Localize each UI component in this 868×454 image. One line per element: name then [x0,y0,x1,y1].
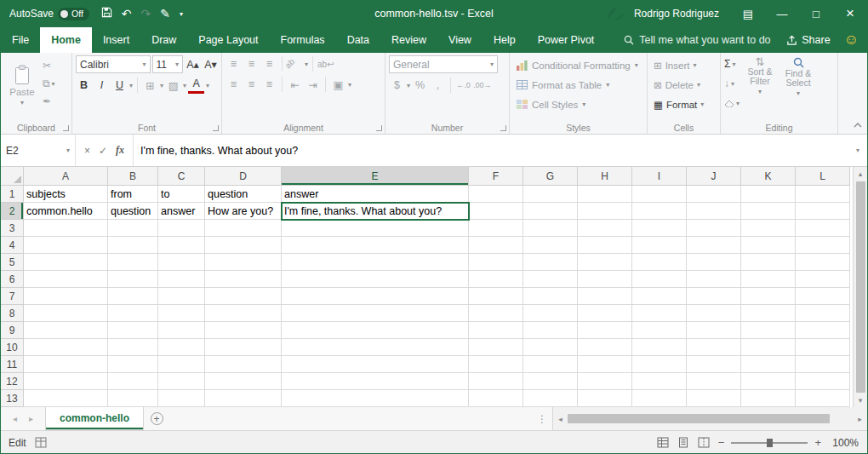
cell-I5[interactable] [632,254,687,271]
cell-L12[interactable] [796,373,850,390]
cell-H13[interactable] [578,390,632,407]
font-name-dropdown-icon[interactable]: ▾ [143,60,146,68]
cell-H10[interactable] [578,339,632,356]
format-as-table-dropdown-icon[interactable]: ▾ [606,81,609,89]
clear-button[interactable]: ▾ [724,95,740,112]
cell-G3[interactable] [523,220,578,237]
feedback-smiley-icon[interactable]: ☺ [844,32,859,49]
row-header-6[interactable]: 6 [1,271,24,288]
row-header-7[interactable]: 7 [1,288,24,305]
cell-I2[interactable] [632,203,687,220]
copy-dropdown-icon[interactable]: ▾ [52,80,55,88]
find-select-dropdown-icon[interactable]: ▾ [797,89,800,98]
cell-K1[interactable] [741,186,796,203]
insert-cells-button[interactable]: ⊞ Insert ▾ [651,55,717,75]
cell-D2[interactable]: How are you? [205,203,282,220]
tab-draw[interactable]: Draw [140,27,187,53]
cell-L7[interactable] [796,288,850,305]
column-header-E[interactable]: E [282,167,469,186]
cell-A9[interactable] [24,322,108,339]
font-color-dropdown-icon[interactable]: ▾ [206,82,209,89]
cell-B9[interactable] [108,322,158,339]
column-header-J[interactable]: J [687,167,741,186]
save-icon[interactable] [101,7,112,20]
cell-A11[interactable] [24,356,108,373]
cell-F12[interactable] [469,373,523,390]
cell-F5[interactable] [469,254,523,271]
autosum-button[interactable]: Σ▾ [724,55,740,72]
scroll-left-icon[interactable]: ◂ [553,415,568,423]
cell-L11[interactable] [796,356,850,373]
cell-F8[interactable] [469,305,523,322]
cell-E6[interactable] [282,271,469,288]
autosave-toggle[interactable]: AutoSave Off [9,8,89,20]
tab-view[interactable]: View [437,27,483,53]
cell-F1[interactable] [469,186,523,203]
cell-C7[interactable] [158,288,205,305]
zoom-slider[interactable] [731,442,808,444]
share-button[interactable]: Share [786,34,830,46]
column-header-I[interactable]: I [632,167,687,186]
cell-H5[interactable] [578,254,632,271]
cell-C2[interactable]: answer [158,203,205,220]
cell-J1[interactable] [687,186,741,203]
cell-C8[interactable] [158,305,205,322]
cell-B12[interactable] [108,373,158,390]
cell-H9[interactable] [578,322,632,339]
formula-input[interactable]: I'm fine, thanks. What about you? [134,135,848,166]
alignment-dialog-launcher-icon[interactable] [376,125,382,131]
align-right-button[interactable]: ≡ [261,76,277,93]
undo-icon[interactable]: ↶ [122,7,132,20]
cell-J3[interactable] [687,220,741,237]
tab-review[interactable]: Review [380,27,437,53]
tab-home[interactable]: Home [40,27,92,53]
cell-J12[interactable] [687,373,741,390]
cell-E7[interactable] [282,288,469,305]
name-box[interactable]: E2 ▾ [1,135,76,166]
sheet-tab-common-hello[interactable]: common-hello [45,407,144,430]
close-button[interactable]: × [833,0,867,27]
cell-D8[interactable] [205,305,282,322]
align-center-button[interactable]: ≡ [243,76,260,93]
increase-font-size-button[interactable]: A▴ [185,56,201,73]
cell-styles-button[interactable]: Cell Styles ▾ [513,95,644,114]
font-color-button[interactable]: A [188,77,204,94]
cell-K2[interactable] [741,203,796,220]
cell-B1[interactable]: from [108,186,158,203]
cell-H1[interactable] [578,186,632,203]
paste-button[interactable]: Paste ▾ [4,55,40,115]
insert-function-button[interactable]: fx [116,144,124,157]
row-header-10[interactable]: 10 [1,339,24,356]
cell-H8[interactable] [578,305,632,322]
insert-dropdown-icon[interactable]: ▾ [693,61,696,69]
cell-F11[interactable] [469,356,523,373]
increase-indent-button[interactable]: ⇥ [305,76,321,93]
vertical-scroll-thumb[interactable] [856,181,865,393]
cell-G8[interactable] [523,305,578,322]
row-header-3[interactable]: 3 [1,220,24,237]
cell-B2[interactable]: question [108,203,158,220]
row-header-5[interactable]: 5 [1,254,24,271]
cell-L5[interactable] [796,254,850,271]
cell-C10[interactable] [158,339,205,356]
cell-A1[interactable]: subjects [24,186,108,203]
cell-D11[interactable] [205,356,282,373]
column-header-F[interactable]: F [469,167,523,186]
cell-H2[interactable] [578,203,632,220]
cell-A4[interactable] [24,237,108,254]
cell-L13[interactable] [796,390,850,407]
cell-G9[interactable] [523,322,578,339]
cell-I13[interactable] [632,390,687,407]
sheet-prev-icon[interactable]: ◂ [13,414,17,423]
cell-E8[interactable] [282,305,469,322]
cell-I10[interactable] [632,339,687,356]
page-layout-view-icon[interactable] [677,437,689,448]
cell-K8[interactable] [741,305,796,322]
cell-A6[interactable] [24,271,108,288]
cell-I4[interactable] [632,237,687,254]
cell-K11[interactable] [741,356,796,373]
cell-G2[interactable] [523,203,578,220]
paste-dropdown-icon[interactable]: ▾ [20,99,24,106]
cell-D10[interactable] [205,339,282,356]
cell-C13[interactable] [158,390,205,407]
